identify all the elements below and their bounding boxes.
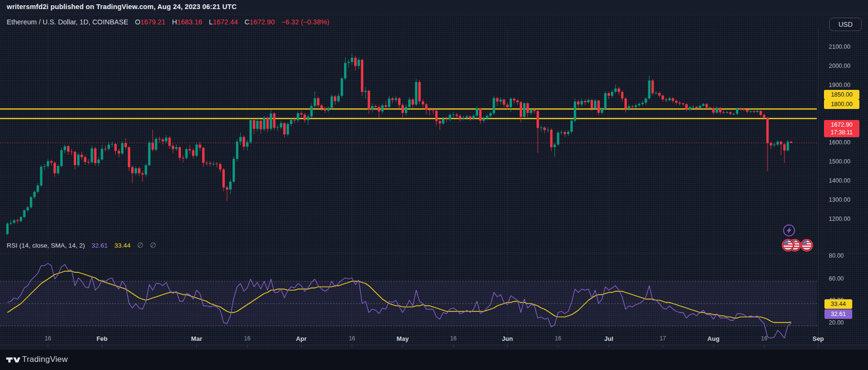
close-value: 1672.90	[250, 18, 275, 26]
time-axis-day-label: 16	[233, 335, 262, 342]
rsi-fast-value: 32.61	[91, 242, 108, 249]
footer-bar: TradingView	[0, 349, 868, 370]
lightning-event-icon[interactable]	[784, 225, 795, 236]
time-axis-month-label: Jun	[493, 335, 522, 342]
publish-text: writersmfd2i published on TradingView.co…	[7, 3, 237, 11]
time-axis-month-label: Sep	[804, 335, 833, 342]
time-axis-day-label: 16	[338, 335, 367, 342]
time-axis-day-label: 17	[648, 335, 677, 342]
rsi-legend[interactable]: RSI (14, close, SMA, 14, 2) 32.61 33.44 …	[7, 241, 156, 250]
symbol-legend[interactable]: Ethereum / U.S. Dollar, 1D, COINBASE O16…	[7, 18, 329, 26]
time-axis-day-label: 16	[439, 335, 467, 342]
open-value: 1679.21	[140, 18, 165, 26]
price-axis-label: 1900.00	[829, 81, 850, 89]
price-axis-label: 2000.00	[829, 62, 850, 70]
price-axis-label: 1400.00	[829, 177, 850, 185]
level-price-label: 1850.00	[824, 90, 859, 99]
rsi-axis-gridline-label: 60.00	[829, 275, 844, 283]
last-price-label: 1672.90 17:38:11	[824, 120, 859, 137]
rsi-title[interactable]: RSI (14, close, SMA, 14, 2)	[7, 242, 85, 249]
open-label: O	[135, 18, 140, 26]
us-flag-event-icon[interactable]	[801, 239, 813, 251]
currency-toggle-label: USD	[838, 21, 853, 28]
rsi-slow-value: 33.44	[114, 242, 131, 249]
time-axis-day-label: 16	[750, 335, 779, 342]
symbol-title[interactable]: Ethereum / U.S. Dollar, 1D, COINBASE	[7, 18, 128, 26]
price-axis-label: 1200.00	[829, 215, 850, 223]
rsi-sma-axis-label: 33.44	[824, 299, 852, 309]
high-value: 1683.16	[177, 18, 202, 26]
low-value: 1672.44	[213, 18, 238, 26]
time-axis-day-label: 16	[544, 335, 572, 342]
low-label: L	[209, 18, 213, 26]
tradingview-logo-icon[interactable]	[6, 355, 21, 365]
chart-canvas[interactable]	[0, 14, 868, 370]
last-price-value: 1672.90	[831, 121, 852, 129]
time-axis-month-label: Jul	[594, 335, 623, 342]
rsi-null-2: ∅	[150, 241, 156, 249]
price-axis-label: 2100.00	[829, 43, 850, 51]
price-axis-label: 1300.00	[829, 196, 850, 204]
time-axis-month-label: May	[389, 335, 417, 342]
last-price-countdown: 17:38:11	[831, 129, 853, 136]
rsi-axis-gridline-label: 20.00	[829, 319, 844, 326]
footer-brand: TradingView	[22, 355, 68, 364]
rsi-axis-gridline-label: 80.00	[829, 252, 844, 260]
level-price-label: 1800.00	[824, 99, 859, 109]
high-label: H	[172, 18, 177, 26]
time-axis-month-label: Apr	[287, 335, 316, 342]
rsi-axis-label: 32.61	[824, 309, 852, 319]
currency-toggle-button[interactable]: USD	[829, 18, 862, 31]
time-axis-month-label: Feb	[88, 335, 116, 342]
time-axis-month-label: Mar	[182, 335, 211, 342]
publish-bar: writersmfd2i published on TradingView.co…	[0, 0, 868, 14]
us-flag-event-icon[interactable]	[782, 239, 794, 251]
time-axis-day-label: 16	[33, 335, 62, 342]
change-value: −6.32 (−0.38%)	[281, 18, 329, 26]
time-axis-month-label: Aug	[699, 335, 728, 342]
price-axis-label: 1600.00	[829, 139, 850, 146]
close-label: C	[245, 18, 249, 26]
chart-panes	[0, 14, 868, 349]
rsi-null-1: ∅	[137, 241, 143, 249]
price-axis-label: 1500.00	[829, 158, 850, 165]
tradingview-snapshot: writersmfd2i published on TradingView.co…	[0, 0, 868, 370]
